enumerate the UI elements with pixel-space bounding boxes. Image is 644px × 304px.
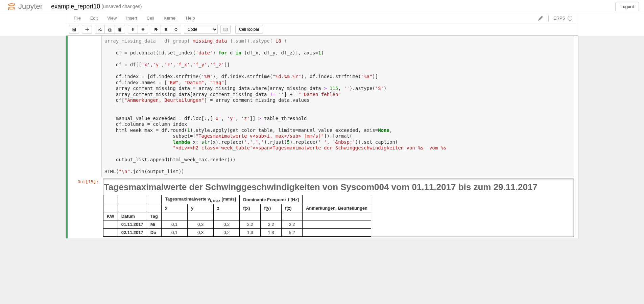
- table-row: 02.11.2017 Do 0,1 0,3 0,2 1,3 1,3 5,2: [103, 228, 371, 236]
- svg-rect-11: [224, 30, 226, 30]
- svg-rect-5: [165, 28, 167, 31]
- move-down-button[interactable]: [138, 25, 148, 34]
- cell-toolbar-button[interactable]: CellToolbar: [235, 25, 263, 34]
- save-button[interactable]: [69, 25, 79, 34]
- jupyter-logo[interactable]: Jupyter: [3, 2, 46, 11]
- table-caption: Tagesmaximalwerte der Schwinggeschwindig…: [103, 179, 574, 195]
- output-prompt: Out[15]:: [68, 177, 101, 238]
- menu-insert[interactable]: Insert: [121, 14, 142, 23]
- table-row: 01.11.2017 Mi 0,1 0,3 0,2 2,2 2,2 2,2: [103, 220, 371, 228]
- run-button[interactable]: [151, 25, 161, 34]
- svg-point-0: [8, 4, 15, 6]
- logo-text: Jupyter: [18, 2, 43, 11]
- svg-point-3: [8, 9, 9, 10]
- menu-help[interactable]: Help: [181, 14, 200, 23]
- svg-point-1: [8, 7, 15, 9]
- logout-button[interactable]: Logout: [615, 2, 639, 11]
- restart-button[interactable]: [171, 25, 181, 34]
- copy-button[interactable]: [105, 25, 115, 34]
- interrupt-button[interactable]: [161, 25, 171, 34]
- move-up-button[interactable]: [128, 25, 138, 34]
- menu-edit[interactable]: Edit: [86, 14, 102, 23]
- cell-type-select[interactable]: Code: [184, 25, 218, 34]
- menu-cell[interactable]: Cell: [142, 14, 159, 23]
- svg-rect-10: [226, 29, 227, 29]
- code-input[interactable]: array_missing_data df_group[ missing_dat…: [101, 36, 574, 177]
- svg-rect-9: [225, 29, 226, 29]
- paste-button[interactable]: [115, 25, 125, 34]
- svg-point-4: [14, 9, 15, 9]
- notebook-name[interactable]: example_report10: [51, 3, 100, 10]
- svg-point-2: [14, 3, 15, 4]
- save-status: (unsaved changes): [101, 4, 142, 9]
- svg-rect-7: [224, 29, 224, 29]
- kernel-status-icon: [568, 16, 572, 21]
- edit-mode-icon: [538, 16, 543, 21]
- menu-view[interactable]: View: [102, 14, 121, 23]
- jupyter-icon: [7, 2, 16, 11]
- svg-rect-8: [225, 29, 225, 29]
- insert-cell-button[interactable]: [82, 25, 92, 34]
- menu-file[interactable]: File: [69, 14, 86, 23]
- output-data-table: Tagesmaximalwerte vi, max [mm/s] Dominan…: [103, 195, 371, 237]
- menu-kernel[interactable]: Kernel: [159, 14, 181, 23]
- cut-button[interactable]: [95, 25, 105, 34]
- input-prompt: [68, 36, 101, 177]
- command-palette-button[interactable]: [220, 25, 231, 34]
- kernel-name: ERP5: [553, 16, 565, 21]
- html-output: Tagesmaximalwerte der Schwinggeschwindig…: [103, 179, 574, 237]
- svg-rect-6: [223, 28, 228, 31]
